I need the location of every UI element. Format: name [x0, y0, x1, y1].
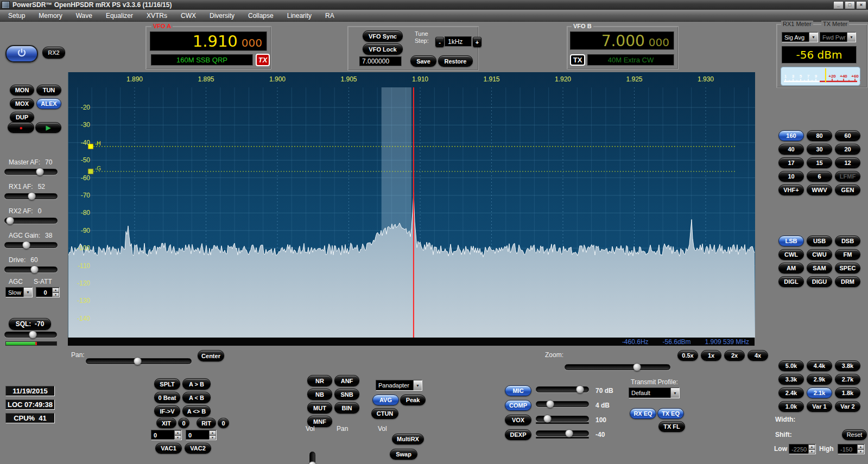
- multirx-button[interactable]: MultiRX: [392, 434, 424, 444]
- rx1-vol-thumb[interactable]: [308, 461, 316, 464]
- center-button[interactable]: Center: [198, 350, 224, 361]
- avg-button[interactable]: AVG: [372, 395, 399, 405]
- menu-item[interactable]: Setup: [8, 12, 25, 20]
- tx-slider-track[interactable]: [536, 401, 589, 407]
- filter-high-stepper[interactable]: -150 ▲▼: [838, 444, 865, 454]
- band-button[interactable]: WWV: [807, 185, 832, 195]
- rit-zero-button[interactable]: 0: [218, 418, 229, 428]
- filter-button[interactable]: Var 2: [835, 401, 860, 412]
- vfo-op-button[interactable]: IF->V: [154, 405, 180, 417]
- menu-item[interactable]: Equalizer: [106, 12, 133, 20]
- vac1-button[interactable]: VAC1: [155, 443, 182, 454]
- transmit-profile-select[interactable]: Default▼: [629, 387, 680, 398]
- pan-slider[interactable]: [86, 358, 192, 364]
- mode-button[interactable]: DIGL: [778, 276, 804, 287]
- dsp-button[interactable]: MUT: [307, 402, 332, 414]
- band-button[interactable]: 17: [778, 157, 804, 168]
- menu-item[interactable]: RA: [325, 12, 334, 20]
- squelch-slider[interactable]: [4, 332, 57, 338]
- filter-button[interactable]: 1.8k: [835, 387, 860, 398]
- slider-track[interactable]: [4, 266, 58, 272]
- filter-low-stepper[interactable]: -2250 ▲▼: [789, 444, 816, 454]
- mode-button[interactable]: DRM: [835, 276, 860, 287]
- dsp-button[interactable]: ANF: [334, 375, 359, 386]
- tx-slider-button[interactable]: COMP: [505, 400, 531, 411]
- ctun-button[interactable]: CTUN: [371, 408, 398, 419]
- slider-thumb[interactable]: [6, 217, 14, 225]
- mode-button[interactable]: FM: [835, 249, 860, 260]
- mode-button[interactable]: DSB: [835, 236, 860, 246]
- vfo-lock-button[interactable]: VFO Lock: [363, 43, 403, 55]
- shift-reset-button[interactable]: Reset: [842, 429, 867, 440]
- rx1-meter-select[interactable]: Sig Avg▼: [782, 32, 818, 42]
- vfo-op-button[interactable]: SPLT: [154, 378, 180, 390]
- menu-item[interactable]: XVTRs: [147, 12, 167, 20]
- vac2-button[interactable]: VAC2: [185, 443, 211, 454]
- band-button[interactable]: GEN: [835, 185, 860, 195]
- record-button[interactable]: ●: [8, 122, 34, 133]
- vfo-op-button[interactable]: A > B: [182, 378, 211, 390]
- zoom-slider[interactable]: [565, 364, 670, 370]
- menu-item[interactable]: Memory: [39, 12, 62, 20]
- filter-button[interactable]: 5.0k: [778, 360, 804, 371]
- save-button[interactable]: Save: [410, 55, 436, 67]
- chevron-down-icon[interactable]: ▼: [413, 380, 422, 390]
- zoom-preset-button[interactable]: 4x: [747, 350, 768, 361]
- squelch-thumb[interactable]: [29, 330, 37, 339]
- menu-item[interactable]: CWX: [181, 12, 196, 20]
- vfo-op-button[interactable]: 0 Beat: [154, 392, 180, 403]
- chevron-down-icon[interactable]: ▼: [847, 33, 856, 42]
- band-button[interactable]: 80: [807, 130, 832, 141]
- minimize-button[interactable]: _: [833, 1, 844, 9]
- vfo-sync-button[interactable]: VFO Sync: [363, 30, 403, 42]
- tx-slider-button[interactable]: MIC: [505, 385, 531, 396]
- restore-button[interactable]: Restore: [438, 55, 473, 67]
- zoom-preset-button[interactable]: 1x: [701, 350, 721, 361]
- filter-button[interactable]: 3.3k: [778, 374, 804, 385]
- tx-slider-thumb[interactable]: [576, 385, 584, 393]
- rx1-vol-slider[interactable]: [309, 452, 315, 464]
- tx-slider-thumb[interactable]: [546, 400, 554, 408]
- swap-button[interactable]: Swap: [390, 449, 417, 460]
- xit-button[interactable]: XIT: [156, 418, 176, 428]
- spin-up-icon[interactable]: ▲: [52, 288, 59, 293]
- vfo-a-frequency-display[interactable]: 1.910 000: [150, 31, 267, 51]
- vfo-b-tx-button[interactable]: TX: [570, 54, 585, 66]
- filter-button[interactable]: 1.0k: [778, 401, 804, 412]
- mode-button[interactable]: LSB: [778, 236, 804, 246]
- power-button[interactable]: [5, 45, 38, 62]
- tx-slider-track[interactable]: [536, 430, 589, 436]
- menu-item[interactable]: Wave: [76, 12, 92, 20]
- tx-slider-button[interactable]: VOX: [505, 415, 531, 425]
- mode-button[interactable]: DIGU: [807, 276, 832, 287]
- band-button[interactable]: 12: [835, 157, 860, 168]
- band-button[interactable]: 160: [778, 130, 804, 141]
- slider-thumb[interactable]: [30, 265, 39, 274]
- filter-button[interactable]: 2.9k: [807, 374, 832, 385]
- menu-item[interactable]: Diversity: [210, 12, 235, 20]
- band-button[interactable]: 20: [835, 144, 860, 155]
- menu-item[interactable]: Linearity: [287, 12, 312, 20]
- filter-button[interactable]: 4.4k: [807, 360, 832, 371]
- spin-up-icon[interactable]: ▲: [808, 444, 815, 449]
- band-button[interactable]: 10: [778, 171, 804, 182]
- filter-button[interactable]: 3.8k: [835, 360, 860, 371]
- pan-thumb[interactable]: [134, 357, 142, 365]
- chevron-down-icon[interactable]: ▼: [809, 33, 818, 42]
- band-button[interactable]: 30: [807, 144, 832, 155]
- spin-up-icon[interactable]: ▲: [857, 444, 864, 449]
- chevron-down-icon[interactable]: ▼: [670, 388, 679, 398]
- vfo-b-frequency-display[interactable]: 7.000 000: [570, 31, 674, 50]
- filter-button[interactable]: 2.4k: [778, 387, 804, 398]
- agc-select[interactable]: Slow▼: [5, 287, 33, 297]
- chevron-down-icon[interactable]: ▼: [23, 288, 32, 297]
- tx-slider-track[interactable]: [536, 386, 589, 392]
- slider-track[interactable]: [4, 169, 58, 175]
- tx-meter-select[interactable]: Fwd Pwr▼: [820, 32, 856, 42]
- tx-slider-track[interactable]: [536, 416, 589, 422]
- maximize-button[interactable]: □: [845, 1, 855, 9]
- tx-slider-thumb[interactable]: [565, 429, 573, 437]
- slider-track[interactable]: [4, 193, 58, 199]
- console-mode-button[interactable]: DUP: [10, 112, 34, 123]
- spin-down-icon[interactable]: ▼: [174, 435, 181, 440]
